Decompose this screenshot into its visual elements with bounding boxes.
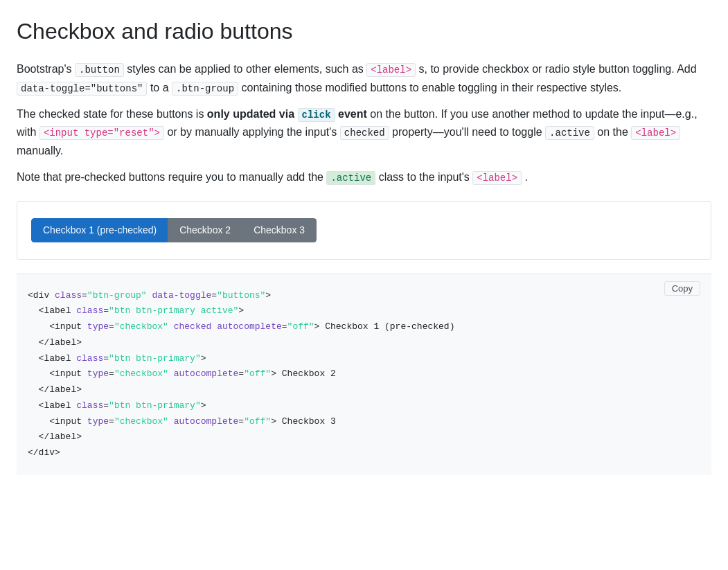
code-token-tag: label (44, 400, 71, 411)
code-token-tag: input (55, 416, 82, 427)
intro-text-3: s, to provide checkbox or radio style bu… (419, 63, 697, 75)
code-token-punctuation: > (76, 384, 82, 395)
checkbox-button-2[interactable]: Checkbox 2 (168, 218, 242, 242)
code-token-punctuation: </ (39, 337, 50, 348)
code-token-attr-name: type (87, 321, 109, 332)
checked-state-paragraph: The checked state for these buttons is o… (17, 105, 711, 160)
checkbox-button-group: Checkbox 1 (pre-checked)Checkbox 2Checkb… (31, 218, 317, 242)
code-token-attr-value: "btn-group" (87, 290, 147, 301)
code-token-indent (28, 305, 39, 316)
code-token-punctuation: < (49, 321, 55, 332)
checked-text-5b: on the (597, 126, 628, 138)
code-line: <label class="btn btn-primary active"> (28, 305, 244, 316)
code-token-punctuation: > (265, 290, 271, 301)
button-code: .button (75, 63, 124, 77)
code-line: <input type="checkbox" checked autocompl… (28, 321, 454, 332)
code-line: </label> (28, 384, 82, 395)
code-token-punctuation: > (55, 447, 60, 458)
code-token-space (49, 290, 55, 301)
code-token-tag: label (44, 353, 71, 364)
code-token-attr-value: "checkbox" (114, 416, 168, 427)
code-token-attr-value: "checkbox" (114, 368, 168, 379)
code-token-indent (28, 400, 39, 411)
code-token-attr-value: "buttons" (217, 290, 265, 301)
code-block: <div class="btn-group" data-toggle="butt… (28, 288, 700, 461)
code-token-indent (28, 353, 39, 364)
code-token-indent (28, 431, 39, 442)
code-token-tag: input (55, 368, 82, 379)
code-token-tag: div (39, 447, 55, 458)
code-token-punctuation: </ (39, 384, 50, 395)
code-line: <label class="btn btn-primary"> (28, 353, 206, 364)
code-token-space (82, 321, 87, 332)
code-token-text: Checkbox 2 (276, 368, 336, 379)
code-token-tag: label (49, 337, 76, 348)
code-token-punctuation: = (82, 290, 87, 301)
code-token-punctuation: = (103, 353, 109, 364)
code-token-indent (28, 368, 49, 379)
code-token-punctuation: > (76, 431, 82, 442)
code-token-punctuation: = (103, 305, 109, 316)
code-token-space (168, 368, 174, 379)
code-token-punctuation: > (201, 400, 206, 411)
copy-button[interactable]: Copy (664, 281, 700, 296)
demo-box: Checkbox 1 (pre-checked)Checkbox 2Checkb… (17, 201, 711, 260)
checkbox-button-3[interactable]: Checkbox 3 (242, 218, 317, 242)
click-code: click (298, 108, 335, 122)
code-token-attr-name: autocomplete (217, 321, 282, 332)
event-word: event (338, 108, 367, 120)
checkbox-button-1[interactable]: Checkbox 1 (pre-checked) (31, 218, 168, 242)
intro-text-1: Bootstrap's (17, 63, 72, 75)
code-line: <input type="checkbox" autocomplete="off… (28, 416, 336, 427)
code-token-punctuation: </ (28, 447, 39, 458)
code-token-punctuation: > (271, 368, 276, 379)
code-token-attr-name: autocomplete (174, 416, 239, 427)
note-text-2b: class to the input's (379, 171, 470, 183)
code-token-punctuation: = (109, 321, 114, 332)
bold-text: only updated via (207, 108, 294, 120)
code-token-attr-value: "btn btn-primary" (109, 353, 201, 364)
code-line: <input type="checkbox" autocomplete="off… (28, 368, 336, 379)
code-token-indent (28, 416, 49, 427)
btn-group-code: .btn-group (172, 82, 238, 96)
code-token-space (147, 290, 152, 301)
code-token-punctuation: > (271, 416, 276, 427)
code-token-attr-value: "off" (244, 368, 271, 379)
checked-text-4b: property—you'll need to toggle (392, 126, 542, 138)
code-block-wrapper: Copy <div class="btn-group" data-toggle=… (17, 274, 711, 475)
code-token-indent (28, 337, 39, 348)
code-token-punctuation: > (201, 353, 206, 364)
code-token-punctuation: = (109, 416, 114, 427)
code-token-attr-value: "btn btn-primary active" (109, 305, 238, 316)
code-token-text: Checkbox 3 (276, 416, 336, 427)
page-title: Checkbox and radio buttons (17, 14, 711, 49)
code-token-attr-name: class (76, 400, 103, 411)
code-line: </label> (28, 337, 82, 348)
code-token-punctuation: = (238, 368, 244, 379)
code-token-tag: div (33, 290, 49, 301)
code-token-punctuation: < (49, 368, 55, 379)
code-token-tag: label (49, 431, 76, 442)
checked-code: checked (340, 126, 389, 140)
code-line: </label> (28, 431, 82, 442)
code-token-attr-name: class (76, 353, 103, 364)
code-token-tag: label (44, 305, 71, 316)
code-token-tag: label (49, 384, 76, 395)
label-code-3: <label> (472, 171, 522, 185)
note-text-1: Note that pre-checked buttons require yo… (17, 171, 323, 183)
intro-text-2b: styles can be applied to other elements,… (127, 63, 364, 75)
code-token-attr-value: "checkbox" (114, 321, 168, 332)
code-token-punctuation: = (109, 368, 114, 379)
label-code-1: <label> (366, 63, 416, 77)
checked-text-1: The checked state for these buttons is (17, 108, 204, 120)
code-line: <div class="btn-group" data-toggle="butt… (28, 290, 271, 301)
intro-paragraph: Bootstrap's .button styles can be applie… (17, 60, 711, 97)
active-code-2: .active (326, 171, 375, 185)
code-token-punctuation: = (103, 400, 109, 411)
code-token-punctuation: < (28, 290, 33, 301)
code-token-attr-name: checked (174, 321, 212, 332)
code-token-space (168, 416, 174, 427)
code-token-punctuation: = (211, 290, 217, 301)
code-line: <label class="btn btn-primary"> (28, 400, 206, 411)
code-token-attr-value: "btn btn-primary" (109, 400, 201, 411)
